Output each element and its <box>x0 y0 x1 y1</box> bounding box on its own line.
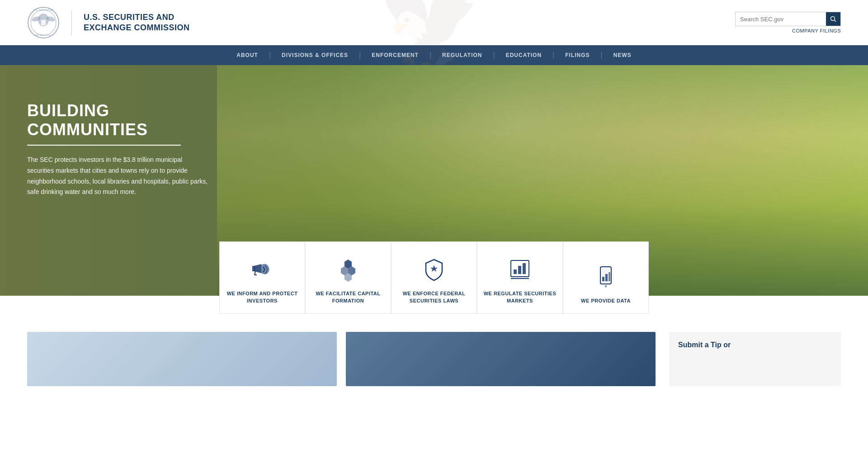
company-filings-link[interactable]: COMPANY FILINGS <box>792 28 841 33</box>
chart-icon <box>505 255 534 284</box>
sec-seal: MCMXXXIV U.S. SECURITIES <box>27 6 60 39</box>
bottom-left-cards <box>27 332 656 386</box>
svg-rect-5 <box>41 20 46 25</box>
hexagon-icon <box>334 255 363 284</box>
header: 🦅 MCMXXXIV U.S. SECURITIES U.S. SECURITI… <box>0 0 868 45</box>
card-facilitate[interactable]: WE FACILITATE CAPITAL FORMATION <box>305 241 391 314</box>
submit-tip-title: Submit a Tip or <box>678 341 832 349</box>
svg-rect-26 <box>602 277 604 281</box>
svg-point-29 <box>605 285 607 287</box>
search-input[interactable] <box>736 12 826 26</box>
mission-cards-row: WE INFORM AND PROTECT INVESTORS WE FACIL… <box>0 241 868 314</box>
svg-line-9 <box>835 20 836 22</box>
nav-item-news[interactable]: NEWS <box>603 45 642 65</box>
hero-title: BUILDING COMMUNITIES <box>27 101 226 139</box>
header-right: COMPANY FILINGS <box>735 12 841 33</box>
svg-text:U.S. SECURITIES: U.S. SECURITIES <box>33 9 54 11</box>
nav-item-enforcement[interactable]: ENFORCEMENT <box>361 45 429 65</box>
shield-icon <box>420 255 448 284</box>
logo-divider <box>71 10 72 35</box>
card-data-label: WE PROVIDE DATA <box>581 298 631 304</box>
nav-item-about[interactable]: ABOUT <box>226 45 269 65</box>
logo-text: U.S. SECURITIES AND EXCHANGE COMMISSION <box>84 12 190 33</box>
bottom-card-1 <box>27 332 337 386</box>
nav-item-filings[interactable]: FILINGS <box>554 45 600 65</box>
search-button[interactable] <box>826 12 840 26</box>
card-facilitate-label: WE FACILITATE CAPITAL FORMATION <box>311 290 385 304</box>
nav-item-regulation[interactable]: REGULATION <box>431 45 493 65</box>
hero-description: The SEC protects investors in the $3.8 t… <box>27 155 208 198</box>
svg-rect-22 <box>523 263 526 274</box>
data-icon <box>591 262 620 291</box>
card-enforce[interactable]: WE ENFORCE FEDERAL SECURITIES LAWS <box>391 241 477 314</box>
svg-rect-27 <box>605 274 608 281</box>
card-regulate-label: WE REGULATE SECURITIES MARKETS <box>483 290 557 304</box>
card-regulate[interactable]: WE REGULATE SECURITIES MARKETS <box>477 241 563 314</box>
svg-rect-11 <box>252 266 255 271</box>
hero-content: BUILDING COMMUNITIES The SEC protects in… <box>0 65 253 234</box>
bottom-card-2 <box>346 332 656 386</box>
bottom-section: Submit a Tip or <box>0 314 868 404</box>
search-box[interactable] <box>735 12 841 26</box>
svg-text:MCMXXXIV: MCMXXXIV <box>36 34 52 37</box>
logo-area: MCMXXXIV U.S. SECURITIES U.S. SECURITIES… <box>27 6 190 39</box>
card-inform[interactable]: WE INFORM AND PROTECT INVESTORS <box>219 241 305 314</box>
svg-rect-28 <box>609 272 610 281</box>
main-nav: ABOUT | DIVISIONS & OFFICES | ENFORCEMEN… <box>0 45 868 65</box>
nav-item-divisions[interactable]: DIVISIONS & OFFICES <box>271 45 359 65</box>
nav-item-education[interactable]: EDUCATION <box>495 45 552 65</box>
svg-line-12 <box>255 271 255 275</box>
hero-divider <box>27 145 181 146</box>
submit-tip-panel: Submit a Tip or <box>669 332 841 386</box>
svg-marker-18 <box>430 265 438 272</box>
svg-rect-21 <box>518 266 521 274</box>
card-enforce-label: WE ENFORCE FEDERAL SECURITIES LAWS <box>397 290 471 304</box>
svg-rect-20 <box>514 269 517 274</box>
svg-point-8 <box>831 17 835 21</box>
card-data[interactable]: WE PROVIDE DATA <box>563 241 649 314</box>
megaphone-icon <box>248 255 277 284</box>
card-inform-label: WE INFORM AND PROTECT INVESTORS <box>225 290 299 304</box>
